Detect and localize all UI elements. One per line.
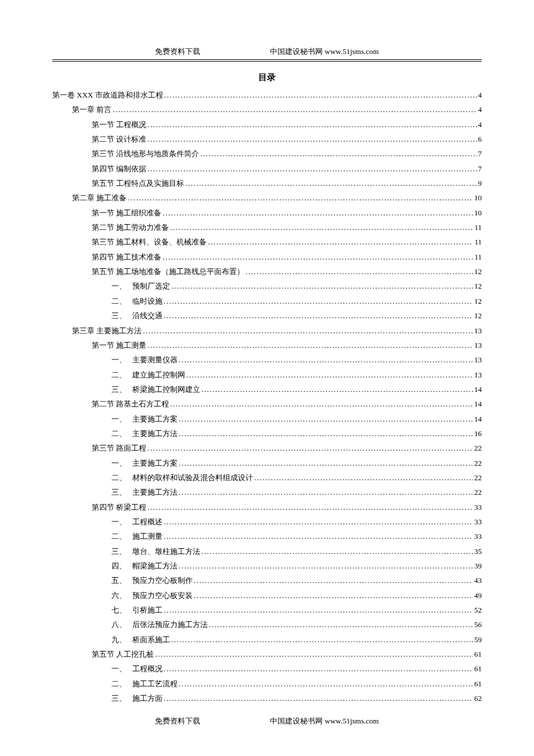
- toc-dot-leader: [128, 190, 473, 205]
- toc-entry-text: 工程概况: [132, 664, 163, 673]
- toc-entry-marker: 一、: [111, 661, 132, 676]
- toc-entry-page: 13: [474, 338, 482, 352]
- toc-entry-page: 7: [478, 146, 482, 161]
- toc-entry: 第一节 施工测量13: [52, 338, 482, 352]
- toc-entry-text: 桥面系施工: [132, 635, 170, 644]
- toc-entry: 第二节 施工劳动力准备11: [52, 220, 482, 235]
- toc-entry-text: 主要施工方法: [132, 429, 178, 438]
- toc-entry-label: 九、桥面系施工: [111, 632, 170, 647]
- toc-dot-leader: [179, 412, 473, 426]
- toc-entry-page: 56: [474, 617, 482, 632]
- toc-entry: 二、临时设施12: [52, 294, 482, 308]
- toc-entry-marker: 九、: [111, 632, 132, 647]
- toc-entry: 三、施工方面62: [52, 691, 482, 705]
- toc-dot-leader: [200, 146, 477, 161]
- toc-entry-label: 第一节 工程概况: [92, 117, 146, 132]
- toc-entry-page: 39: [474, 559, 482, 573]
- toc-entry-label: 三、施工方面: [111, 691, 163, 705]
- toc-entry-page: 49: [474, 588, 482, 603]
- toc-dot-leader: [179, 456, 473, 470]
- toc-dot-leader: [179, 676, 473, 691]
- toc-entry: 一、主要施工方案14: [52, 412, 482, 426]
- toc-entry-marker: 一、: [111, 279, 132, 293]
- toc-dot-leader: [201, 382, 473, 397]
- toc-entry-marker: 三、: [111, 485, 132, 499]
- toc-entry-text: 主要测量仪器: [132, 355, 178, 364]
- toc-entry-marker: 一、: [111, 352, 132, 367]
- toc-entry: 二、施工测量33: [52, 529, 482, 543]
- toc-entry-label: 四、帽梁施工方法: [111, 559, 178, 573]
- toc-entry-text: 施工工艺流程: [132, 679, 178, 688]
- toc-entry-text: 主要施工方案: [132, 415, 178, 423]
- toc-dot-leader: [147, 161, 477, 176]
- toc-entry-page: 22: [474, 485, 482, 499]
- toc-entry-page: 59: [474, 632, 482, 647]
- toc-dot-leader: [179, 559, 473, 573]
- toc-entry-page: 62: [474, 691, 482, 705]
- toc-entry-marker: 一、: [111, 456, 132, 470]
- toc-entry-label: 第三节 路面工程: [92, 441, 146, 455]
- toc-dot-leader: [170, 220, 473, 235]
- toc-entry: 一、主要施工方案22: [52, 456, 482, 470]
- toc-entry-page: 22: [474, 456, 482, 470]
- toc-entry-label: 第一章 前言: [72, 102, 111, 117]
- toc-entry-label: 一、主要施工方案: [111, 456, 178, 470]
- toc-dot-leader: [147, 117, 477, 132]
- toc-entry-page: 7: [478, 161, 482, 176]
- toc-entry-page: 33: [474, 529, 482, 543]
- toc-entry: 第五节 工程特点及实施目标9: [52, 176, 482, 190]
- toc-entry-marker: 二、: [111, 368, 132, 382]
- table-of-contents: 第一卷 XXX 市政道路和排水工程4第一章 前言4第一节 工程概况4第二节 设计…: [52, 88, 482, 705]
- toc-entry-label: 一、主要施工方案: [111, 412, 178, 426]
- toc-entry: 第一节 工程概况4: [52, 117, 482, 132]
- toc-entry-label: 第三节 沿线地形与地质条件简介: [92, 146, 199, 161]
- toc-entry: 九、桥面系施工59: [52, 632, 482, 647]
- toc-entry-page: 33: [474, 500, 482, 514]
- toc-entry: 四、帽梁施工方法39: [52, 559, 482, 573]
- toc-entry-page: 11: [474, 250, 482, 264]
- toc-dot-leader: [164, 308, 473, 323]
- toc-entry: 三、沿线交通12: [52, 308, 482, 323]
- toc-entry-label: 二、建立施工控制网: [111, 368, 185, 382]
- toc-entry-text: 预应力空心板制作: [132, 576, 193, 585]
- toc-entry-label: 二、临时设施: [111, 294, 163, 308]
- toc-dot-leader: [164, 294, 473, 308]
- toc-entry-page: 61: [474, 676, 482, 691]
- toc-dot-leader: [179, 485, 473, 499]
- toc-entry-text: 建立施工控制网: [132, 370, 185, 379]
- toc-entry: 第一卷 XXX 市政道路和排水工程4: [52, 88, 482, 102]
- toc-entry: 三、桥梁施工控制网建立14: [52, 382, 482, 397]
- toc-entry-page: 16: [474, 426, 482, 441]
- toc-entry-page: 14: [474, 382, 482, 397]
- toc-entry-marker: 七、: [111, 603, 132, 617]
- toc-entry: 第二节 设计标准6: [52, 132, 482, 146]
- header-rule-thin: [52, 61, 482, 62]
- footer-right-text: 中国建设秘书网 www.51jsms.com: [270, 716, 378, 726]
- toc-entry-marker: 一、: [111, 412, 132, 426]
- toc-entry-text: 工程概述: [132, 517, 163, 526]
- toc-dot-leader: [164, 529, 473, 543]
- toc-entry: 第五节 施工场地准备（施工路线总平面布置）12: [52, 264, 482, 279]
- toc-dot-leader: [209, 617, 473, 632]
- toc-entry: 第二节 路基土石方工程14: [52, 397, 482, 411]
- toc-entry-text: 临时设施: [132, 297, 163, 305]
- toc-dot-leader: [171, 279, 473, 293]
- toc-entry-marker: 四、: [111, 559, 132, 573]
- toc-entry-page: 13: [474, 323, 482, 338]
- toc-entry-label: 第三章 主要施工方法: [72, 323, 142, 338]
- toc-entry-text: 材料的取样和试验及混合料组成设计: [132, 473, 253, 482]
- toc-entry-page: 61: [474, 661, 482, 676]
- toc-entry-marker: 三、: [111, 382, 132, 397]
- toc-entry-page: 10: [474, 206, 482, 220]
- toc-dot-leader: [194, 573, 473, 588]
- toc-entry-page: 12: [474, 279, 482, 293]
- toc-dot-leader: [164, 88, 477, 102]
- toc-entry-text: 桥梁施工控制网建立: [132, 385, 200, 394]
- toc-entry-page: 52: [474, 603, 482, 617]
- toc-dot-leader: [194, 588, 473, 603]
- toc-title: 目录: [52, 72, 482, 83]
- toc-entry-label: 一、工程概况: [111, 661, 163, 676]
- toc-entry-marker: 一、: [111, 514, 132, 529]
- toc-entry-marker: 二、: [111, 676, 132, 691]
- toc-entry-label: 第二章 施工准备: [72, 190, 127, 205]
